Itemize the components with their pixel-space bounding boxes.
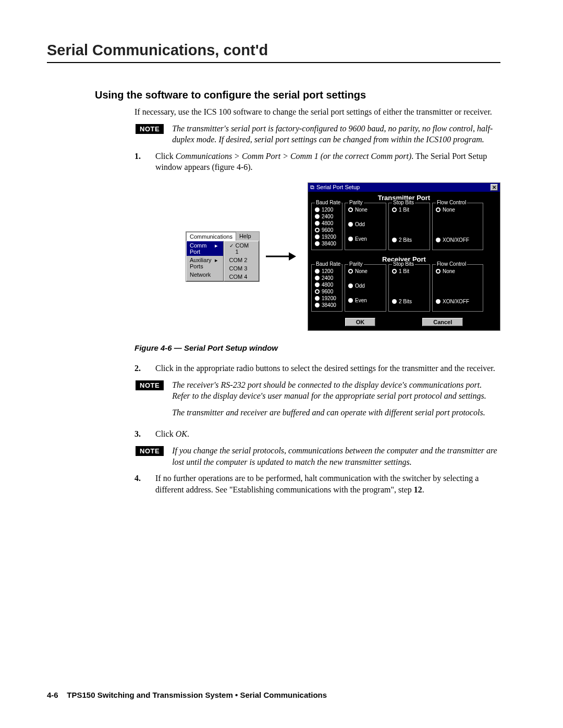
rx-baud-38400[interactable]: 38400 — [315, 302, 339, 309]
t: XON/XOFF — [443, 237, 469, 243]
tx-baud-group: Baud Rate 1200 2400 4800 9600 19200 3840… — [311, 203, 342, 250]
radio-icon — [436, 238, 440, 242]
step-body: Click Communications > Comm Port > Comm … — [155, 151, 500, 173]
tx-parity-none[interactable]: None — [348, 207, 383, 213]
receiver-port-groups: Baud Rate 1200 2400 4800 9600 19200 3840… — [308, 264, 500, 315]
t: COM 1 — [236, 242, 253, 255]
radio-icon — [392, 238, 397, 242]
tx-stop-2[interactable]: 2 Bits — [392, 237, 426, 243]
tx-stop-group: Stop Bits 1 Bit 2 Bits — [388, 203, 430, 250]
note-3: NOTE If you change the serial protocols,… — [136, 445, 500, 467]
t: 1200 — [322, 268, 333, 275]
tx-baud-1200[interactable]: 1200 — [315, 207, 339, 213]
tx-stop-1[interactable]: 1 Bit — [392, 207, 426, 213]
step-3: 3. Click OK. — [134, 428, 500, 440]
t: COM 2 — [229, 257, 248, 263]
figure-4-6: Communications Help Comm Port▸ Auxiliary… — [136, 182, 500, 331]
note-text: The transmitter's serial port is factory… — [172, 123, 500, 145]
dialog-titlebar: ⧉ Serial Port Setup ✕ — [308, 183, 500, 192]
t: If no further operations are to be perfo… — [155, 474, 479, 494]
rx-flow-none[interactable]: None — [436, 268, 480, 275]
menu-com1[interactable]: COM 1 — [224, 241, 259, 256]
ok-button[interactable]: OK — [345, 318, 376, 326]
tx-flow-xon[interactable]: XON/XOFF — [436, 237, 480, 243]
rx-stop-1[interactable]: 1 Bit — [392, 268, 426, 275]
radio-icon — [315, 241, 320, 246]
rx-parity-even[interactable]: Even — [348, 298, 383, 304]
radio-icon — [348, 207, 353, 212]
t: None — [355, 268, 368, 275]
dialog-title: Serial Port Setup — [316, 184, 360, 190]
t: Even — [355, 236, 367, 242]
intro-text: If necessary, use the ICS 100 software t… — [134, 106, 500, 118]
rx-baud-1200[interactable]: 1200 — [315, 268, 339, 275]
radio-icon — [315, 235, 320, 239]
rx-baud-2400[interactable]: 2400 — [315, 275, 339, 281]
rx-stop-group: Stop Bits 1 Bit 2 Bits — [388, 264, 430, 312]
rx-baud-19200[interactable]: 19200 — [315, 295, 339, 302]
tx-baud-2400[interactable]: 2400 — [315, 214, 339, 220]
step-body: If no further operations are to be perfo… — [155, 473, 500, 495]
menu-and-arrow: Communications Help Comm Port▸ Auxiliary… — [186, 231, 296, 282]
menu-help[interactable]: Help — [236, 232, 254, 241]
rx-baud-4800[interactable]: 4800 — [315, 282, 339, 288]
menu-network[interactable]: Network — [187, 270, 223, 279]
note-text: The receiver's RS-232 port should be con… — [172, 379, 500, 424]
tx-parity-group: Parity None Odd Even — [345, 203, 386, 250]
menu-aux-ports[interactable]: Auxiliary Ports▸ — [187, 256, 223, 270]
menu-com2[interactable]: COM 2 — [224, 256, 259, 264]
tx-baud-38400[interactable]: 38400 — [315, 241, 339, 247]
t: Auxiliary Ports — [190, 257, 212, 269]
radio-icon — [348, 222, 353, 227]
t: 9600 — [322, 227, 333, 233]
tx-parity-even[interactable]: Even — [348, 236, 383, 242]
radio-icon — [315, 228, 320, 232]
rx-parity-odd[interactable]: Odd — [348, 283, 383, 289]
t: 19200 — [322, 295, 336, 302]
tx-baud-4800[interactable]: 4800 — [315, 220, 339, 227]
step-body: Click in the appropriate radio buttons t… — [155, 363, 500, 374]
note-tag: NOTE — [136, 446, 164, 456]
tx-baud-19200[interactable]: 19200 — [315, 234, 339, 240]
t: 4800 — [322, 282, 333, 288]
t: Odd — [355, 221, 365, 228]
submenu-1: Comm Port▸ Auxiliary Ports▸ Network — [186, 241, 224, 281]
page-footer: 4-6 TPS150 Switching and Transmission Sy… — [47, 690, 327, 699]
legend: Stop Bits — [392, 200, 415, 205]
rx-stop-2[interactable]: 2 Bits — [392, 299, 426, 305]
note-2: NOTE The receiver's RS-232 port should b… — [136, 379, 500, 424]
step-num: 4. — [134, 473, 141, 495]
t: . — [187, 429, 189, 438]
radio-icon — [348, 283, 353, 288]
t: 38400 — [322, 302, 336, 309]
rx-baud-group: Baud Rate 1200 2400 4800 9600 19200 3840… — [311, 264, 342, 312]
close-button[interactable]: ✕ — [491, 184, 498, 191]
menu-com4[interactable]: COM 4 — [224, 273, 259, 281]
tx-baud-9600[interactable]: 9600 — [315, 227, 339, 233]
note-1: NOTE The transmitter's serial port is fa… — [136, 123, 500, 145]
t: Communications > Comm Port > Comm 1 (or … — [176, 152, 412, 161]
t: 2 Bits — [399, 299, 412, 305]
t: XON/XOFF — [443, 299, 469, 305]
section-heading: Using the software to configure the seri… — [95, 89, 500, 101]
rx-baud-9600[interactable]: 9600 — [315, 289, 339, 295]
legend: Parity — [348, 200, 364, 205]
check-icon — [229, 242, 234, 255]
cancel-button[interactable]: Cancel — [422, 318, 463, 326]
menu-comm-port[interactable]: Comm Port▸ — [187, 241, 223, 256]
tx-flow-none[interactable]: None — [436, 207, 480, 213]
legend: Flow Control — [436, 200, 467, 205]
radio-icon — [348, 298, 353, 303]
t: The transmitter and receiver are buffere… — [172, 407, 500, 418]
menu-com3[interactable]: COM 3 — [224, 264, 259, 273]
t: 9600 — [322, 289, 333, 295]
step-1: 1. Click Communications > Comm Port > Co… — [134, 151, 500, 173]
rx-parity-none[interactable]: None — [348, 268, 383, 275]
t: 19200 — [322, 234, 336, 240]
t: COM 4 — [229, 274, 248, 280]
rx-flow-group: Flow Control None XON/XOFF — [432, 264, 483, 312]
rx-flow-xon[interactable]: XON/XOFF — [436, 299, 480, 305]
tx-parity-odd[interactable]: Odd — [348, 221, 383, 228]
menu-communications[interactable]: Communications — [186, 232, 236, 241]
t: 12 — [414, 485, 422, 494]
